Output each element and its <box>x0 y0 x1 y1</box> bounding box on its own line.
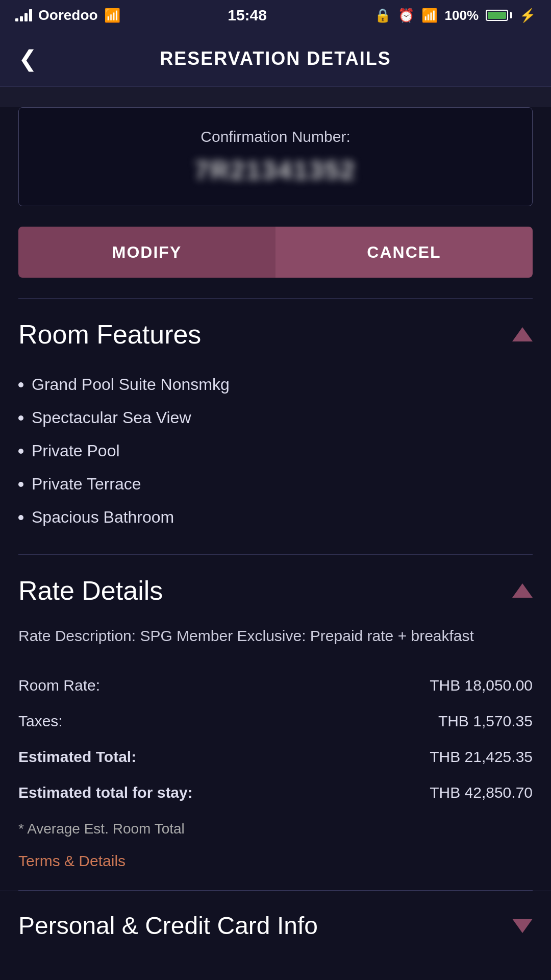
status-left: Ooredoo 📶 <box>15 7 120 23</box>
personal-section-toggle[interactable] <box>512 919 533 933</box>
bullet-icon <box>18 482 23 487</box>
status-time: 15:48 <box>228 7 267 24</box>
bluetooth-icon: 📶 <box>421 8 438 23</box>
page-title: RESERVATION DETAILS <box>160 48 391 69</box>
confirmation-number: 7R21341352 <box>34 156 517 185</box>
personal-section: Personal & Credit Card Info <box>0 891 551 960</box>
lock-icon: 🔒 <box>374 8 391 23</box>
rate-row-estimated-total: Estimated Total: THB 21,425.35 <box>18 739 533 775</box>
room-features-toggle[interactable] <box>512 327 533 341</box>
confirmation-label: Confirmation Number: <box>34 128 517 145</box>
battery-percent: 100% <box>445 8 479 23</box>
rate-row-taxes: Taxes: THB 1,570.35 <box>18 703 533 739</box>
signal-icon <box>15 9 32 21</box>
personal-title: Personal & Credit Card Info <box>18 912 318 940</box>
room-features-header: Room Features <box>18 319 533 350</box>
cancel-button[interactable]: CANCEL <box>276 227 533 278</box>
rate-row-estimated-stay: Estimated total for stay: THB 42,850.70 <box>18 775 533 811</box>
terms-link[interactable]: Terms & Details <box>18 852 126 870</box>
taxes-label: Taxes: <box>18 713 63 730</box>
list-item: Private Pool <box>18 434 533 468</box>
bullet-icon <box>18 382 23 387</box>
feature-item: Grand Pool Suite Nonsmkg <box>32 375 230 394</box>
rate-details-header: Rate Details <box>18 575 533 606</box>
action-buttons: MODIFY CANCEL <box>18 227 533 278</box>
list-item: Grand Pool Suite Nonsmkg <box>18 368 533 401</box>
list-item: Spectacular Sea View <box>18 401 533 434</box>
room-rate-value: THB 18,050.00 <box>430 677 533 694</box>
bullet-icon <box>18 515 23 520</box>
alarm-icon: ⏰ <box>398 8 414 23</box>
personal-header: Personal & Credit Card Info <box>18 912 533 940</box>
wifi-icon: 📶 <box>104 8 120 23</box>
features-list: Grand Pool Suite Nonsmkg Spectacular Sea… <box>18 368 533 534</box>
bullet-icon <box>18 415 23 421</box>
bullet-icon <box>18 449 23 454</box>
room-rate-label: Room Rate: <box>18 677 100 694</box>
header: ❮ RESERVATION DETAILS <box>0 31 551 87</box>
estimated-stay-value: THB 42,850.70 <box>430 784 533 801</box>
estimated-stay-label: Estimated total for stay: <box>18 784 193 801</box>
estimated-total-label: Estimated Total: <box>18 748 136 766</box>
rate-details-title: Rate Details <box>18 575 163 606</box>
rate-description: Rate Description: SPG Member Exclusive: … <box>18 624 533 647</box>
room-features-title: Room Features <box>18 319 201 350</box>
confirmation-box: Confirmation Number: 7R21341352 <box>18 107 533 206</box>
estimated-total-value: THB 21,425.35 <box>430 748 533 766</box>
taxes-value: THB 1,570.35 <box>438 713 533 730</box>
feature-item: Spacious Bathroom <box>32 508 174 527</box>
main-content: Confirmation Number: 7R21341352 MODIFY C… <box>0 107 551 980</box>
room-features-section: Room Features Grand Pool Suite Nonsmkg S… <box>0 299 551 534</box>
charging-icon: ⚡ <box>519 8 536 23</box>
feature-item: Private Terrace <box>32 475 141 494</box>
battery-icon <box>486 10 512 21</box>
rate-note: * Average Est. Room Total <box>18 821 533 837</box>
rate-row-room: Room Rate: THB 18,050.00 <box>18 668 533 703</box>
modify-button[interactable]: MODIFY <box>18 227 276 278</box>
list-item: Spacious Bathroom <box>18 501 533 534</box>
rate-details-toggle[interactable] <box>512 583 533 598</box>
status-bar: Ooredoo 📶 15:48 🔒 ⏰ 📶 100% ⚡ <box>0 0 551 31</box>
feature-item: Private Pool <box>32 442 120 460</box>
feature-item: Spectacular Sea View <box>32 408 191 427</box>
back-button[interactable]: ❮ <box>18 45 37 71</box>
status-right: 🔒 ⏰ 📶 100% ⚡ <box>374 8 536 23</box>
list-item: Private Terrace <box>18 468 533 501</box>
rate-details-section: Rate Details Rate Description: SPG Membe… <box>0 555 551 890</box>
carrier-name: Ooredoo <box>38 7 98 23</box>
